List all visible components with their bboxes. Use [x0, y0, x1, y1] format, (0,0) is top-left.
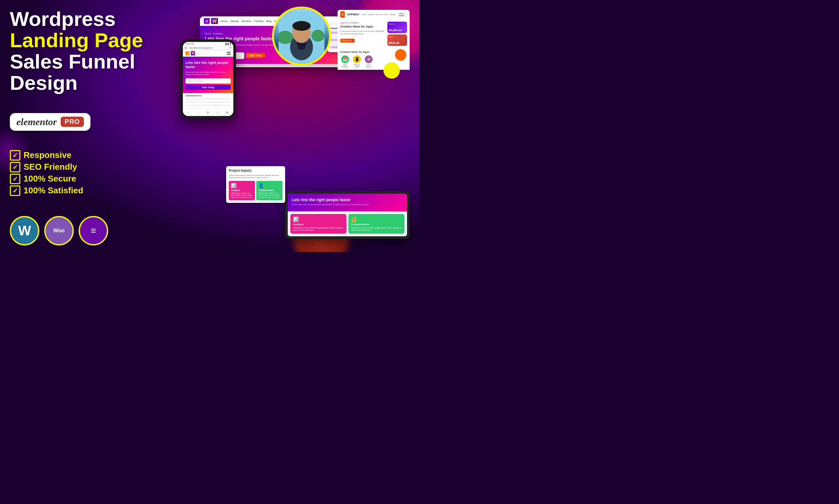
site-logo-w: W	[211, 18, 218, 24]
working-icon: 📱	[353, 55, 361, 63]
app-card-2: Spent $834.40	[387, 34, 407, 46]
app-quote-button[interactable]: new quote	[398, 12, 407, 17]
inquiry-analysis-icon: 📊	[231, 183, 253, 188]
elementor-badge: elementor PRO	[10, 113, 90, 131]
elementor-icon: ≡	[91, 226, 96, 236]
phone-nav: ⚡ W	[183, 50, 233, 57]
app-nav-home: Home	[361, 14, 367, 15]
phone-email-input[interactable]: Enter Your Email	[185, 78, 231, 84]
app-nav: A APPWAY Home Startup Services Buy Conta…	[338, 10, 410, 19]
feature-text-1: Responsive	[23, 150, 71, 160]
analysis-title: Analysis	[293, 223, 344, 226]
phone-bottom-bar: ‹ › ⬆ □ ⊞	[183, 108, 233, 116]
phone-url-text: AA	[185, 47, 187, 49]
app-hero-desc: Lorem ipsum dolor sit amet consectetur a…	[340, 30, 385, 35]
feature-text-4: 100% Satisfied	[23, 185, 83, 196]
phone-back-icon[interactable]: ‹	[187, 110, 191, 115]
phone-url-bar: http://old4.commonsupport.com	[189, 47, 228, 49]
phone-email-placeholder: Enter Your Email	[188, 80, 202, 82]
feature-text-2: SEO Friendly	[23, 162, 77, 172]
title-landing-page: Landing Page	[10, 29, 143, 51]
inquiry-analysis-text: Pellentesque at libero sed tellus fringi…	[231, 192, 253, 199]
schedules-label: Make schedules	[340, 64, 350, 68]
app-nav-services: Services	[376, 14, 383, 15]
tablet-hero-desc: Donec vitae lectus sit amet quam pellent…	[292, 203, 403, 205]
phone-logo-icon: ⚡	[185, 51, 190, 55]
elementor-logo: ≡	[79, 216, 108, 246]
right-column: ⚡ W Home Startup Services Portfolio Blog…	[174, 6, 410, 246]
tablet-hero-heading: Lets hire the right people faster	[292, 198, 403, 202]
check-icon-2: ✓	[10, 162, 20, 173]
app-nav-logo-icon: A	[340, 11, 345, 18]
analysis-desc: Pellentesque at libero sed tellus fringi…	[293, 227, 344, 231]
inquiry-cards: 📊 Analysis Pellentesque at libero sed te…	[229, 181, 283, 201]
person-svg	[279, 11, 324, 64]
phone-hero: Lets hire the right people faster Donec …	[183, 57, 233, 93]
main-content: Wordpress Landing Page Sales Funnel Desi…	[0, 0, 420, 252]
svg-point-2	[311, 30, 324, 42]
deco-circle-yellow	[383, 62, 400, 79]
phone-refresh-icon: ↻	[229, 47, 231, 49]
app-card-1: Balance $4,884.14	[387, 22, 407, 33]
app-card-1-label: Balance	[389, 23, 406, 25]
app-nav-startup: Startup	[368, 14, 374, 15]
inquiry-title: Project Inquiry	[229, 169, 283, 173]
nav-portfolio: Portfolio	[254, 20, 264, 23]
feature-text-3: 100% Secure	[23, 174, 76, 184]
tablet-card-compensation: 💰 Compensation Pellentesque at libero se…	[349, 214, 405, 234]
svg-point-5	[292, 21, 311, 31]
app-card-2-label: Spent	[389, 36, 406, 38]
app-nav-links: Home Startup Services Buy Contact	[361, 14, 396, 15]
app-phone-cards: Balance $4,884.14 Spent $834.40	[387, 22, 407, 46]
phone-tabs-icon[interactable]: ⊞	[225, 110, 229, 115]
app-card-2-amount: $834.40	[389, 41, 406, 44]
phone-hero-desc: Donec vitae lectus sit amet quam pellent…	[185, 71, 231, 76]
phone-share-icon[interactable]: ⬆	[206, 110, 210, 115]
deco-circle-orange	[395, 49, 406, 61]
woocommerce-icon: Woo	[53, 228, 65, 234]
extra-icon: ⚡	[365, 55, 373, 63]
woocommerce-logo: Woo	[44, 216, 74, 246]
tablet-mockup: Lets hire the right people faster Donec …	[285, 191, 410, 239]
phone-bookmark-icon[interactable]: □	[215, 110, 220, 115]
extra-label: More features	[364, 64, 374, 68]
inquiry-card-compensation: 👤 Compensation Pellentesque at libero se…	[256, 181, 283, 201]
phone-forward-icon[interactable]: ›	[196, 110, 201, 115]
phone-forms-title: Submitted Forms	[185, 95, 231, 97]
elementor-logo-text: elementor	[16, 116, 57, 127]
app-tagline: apps for intelligent	[340, 22, 385, 24]
feature-icon-extra: ⚡ More features	[364, 55, 374, 68]
hero-start-button[interactable]: Start Today	[246, 53, 265, 58]
app-nav-buy: Buy	[385, 14, 388, 15]
features-list: ✓ Responsive ✓ SEO Friendly ✓ 100% Secur…	[10, 150, 167, 196]
pro-badge: PRO	[60, 117, 84, 127]
app-hero-section: apps for intelligent Creative Ideas for …	[338, 19, 410, 49]
app-cta-button[interactable]: Get Quote	[340, 39, 355, 42]
phone-signal: ▐▐▐ ▐	[225, 43, 231, 45]
logos-row: W Woo ≡	[10, 216, 167, 246]
feature-secure: ✓ 100% Secure	[10, 174, 167, 184]
phone-start-button[interactable]: Start Today	[185, 85, 231, 90]
phone-screen: 10:57 AM ▐▐▐ ▐ AA http://old4.commonsupp…	[183, 42, 233, 116]
tablet-card-analysis: 📊 Analysis Pellentesque at libero sed te…	[290, 214, 346, 234]
feature-satisfied: ✓ 100% Satisfied	[10, 185, 167, 196]
headline-block: Wordpress Landing Page Sales Funnel Desi…	[10, 8, 167, 93]
app-hero-heading: Creative Ideas for Apps	[340, 25, 385, 29]
app-brand-name: APPWAY	[347, 13, 359, 16]
title-wordpress: Wordpress	[10, 7, 116, 30]
inquiry-desc: adipisci amet quisque provident possunt …	[229, 174, 283, 179]
compensation-desc: Pellentesque at libero sed tellus fringi…	[351, 227, 402, 231]
nav-home: Home	[220, 20, 228, 23]
feature-seo: ✓ SEO Friendly	[10, 162, 167, 173]
tablet-screen: Lets hire the right people faster Donec …	[288, 194, 407, 236]
phone-hamburger-icon[interactable]	[227, 52, 231, 55]
inquiry-analysis-title: Analysis	[231, 189, 253, 191]
inquiry-compensation-text: Pellentesque at libero sed tellus fringi…	[258, 192, 281, 199]
app-card-1-amount: $4,884.14	[389, 29, 406, 32]
check-icon-1: ✓	[10, 150, 20, 161]
app-showcase: A APPWAY Home Startup Services Buy Conta…	[338, 10, 410, 70]
person-silhouette	[274, 8, 329, 64]
nav-startup: Startup	[230, 20, 239, 23]
phone-logo-w: W	[191, 51, 195, 55]
compensation-title: Compensation	[351, 223, 402, 226]
